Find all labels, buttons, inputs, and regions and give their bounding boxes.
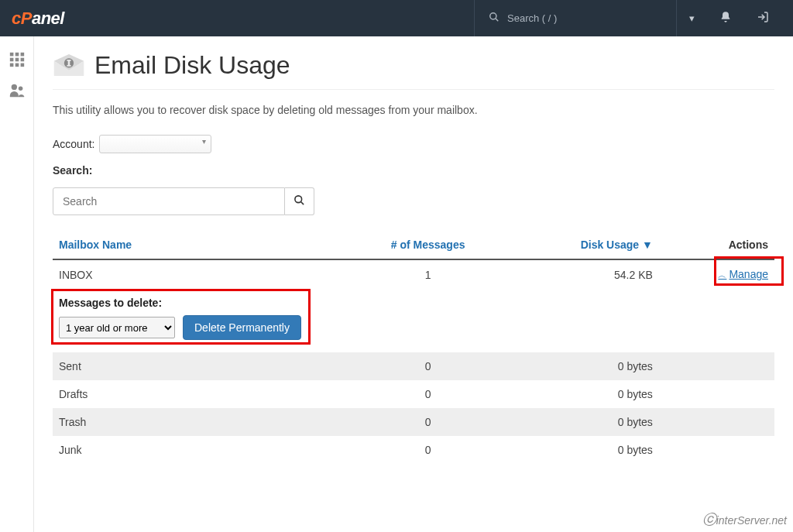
col-disk-usage[interactable]: Disk Usage ▼ <box>500 231 659 259</box>
svg-line-19 <box>301 202 304 204</box>
col-mailbox-name[interactable]: Mailbox Name <box>53 231 355 259</box>
search-group <box>53 187 774 215</box>
cell-name: Drafts <box>53 380 355 408</box>
search-input[interactable] <box>53 187 285 215</box>
search-icon <box>294 194 305 208</box>
cell-action: ︿Manage <box>659 259 774 289</box>
col-actions: Actions <box>659 231 774 259</box>
table-row: Drafts 0 0 bytes <box>53 380 774 408</box>
account-label: Account: <box>53 138 94 150</box>
svg-point-0 <box>490 13 496 19</box>
cell-name: Trash <box>53 408 355 436</box>
table-row: Sent 0 0 bytes <box>53 352 774 380</box>
cell-messages: 1 <box>355 259 499 289</box>
svg-line-1 <box>496 19 498 21</box>
search-button[interactable] <box>285 187 314 215</box>
manage-link[interactable]: ︿Manage <box>718 268 768 280</box>
topbar-search[interactable] <box>474 0 677 36</box>
sidebar <box>0 36 34 532</box>
svg-rect-3 <box>9 53 13 57</box>
svg-rect-11 <box>20 63 24 67</box>
search-icon <box>489 12 499 25</box>
cell-name: Sent <box>53 352 355 380</box>
page-header: Email Disk Usage <box>53 50 774 90</box>
svg-rect-6 <box>9 58 13 62</box>
messages-to-delete-label: Messages to delete: <box>59 297 768 309</box>
cell-usage: 54.2 KB <box>500 259 659 289</box>
account-select[interactable] <box>99 135 211 153</box>
cell-messages: 0 <box>355 408 499 436</box>
mailbox-table: Mailbox Name # of Messages Disk Usage ▼ … <box>53 231 774 464</box>
logout-icon[interactable] <box>744 11 781 26</box>
cpanel-logo[interactable]: cPanel <box>12 9 64 29</box>
main-content: Email Disk Usage This utility allows you… <box>34 36 793 532</box>
svg-rect-17 <box>68 60 70 66</box>
email-disk-icon <box>53 50 85 80</box>
cell-messages: 0 <box>355 380 499 408</box>
topbar-search-input[interactable] <box>507 12 662 24</box>
expand-panel: Messages to delete: 1 year old or more D… <box>53 289 774 352</box>
chevron-up-icon: ︿ <box>718 270 726 280</box>
page-title: Email Disk Usage <box>94 51 290 80</box>
cell-usage: 0 bytes <box>500 436 659 464</box>
svg-rect-7 <box>15 58 19 62</box>
table-row: Trash 0 0 bytes <box>53 408 774 436</box>
cell-messages: 0 <box>355 352 499 380</box>
logo-anel: anel <box>32 9 64 28</box>
delete-permanently-button[interactable]: Delete Permanently <box>183 315 301 340</box>
delete-age-select[interactable]: 1 year old or more <box>59 317 175 338</box>
table-row: Junk 0 0 bytes <box>53 436 774 464</box>
account-row: Account: <box>53 135 774 153</box>
svg-rect-10 <box>15 63 19 67</box>
cell-usage: 0 bytes <box>500 380 659 408</box>
svg-rect-9 <box>9 63 13 67</box>
search-label: Search: <box>53 164 92 177</box>
cell-usage: 0 bytes <box>500 408 659 436</box>
watermark: ⓒinterServer.net <box>702 510 787 529</box>
svg-point-18 <box>295 196 302 203</box>
svg-point-13 <box>18 87 22 91</box>
svg-point-12 <box>11 84 16 90</box>
cell-name: INBOX <box>53 259 355 289</box>
cell-messages: 0 <box>355 436 499 464</box>
search-label-row: Search: <box>53 164 774 177</box>
bell-icon[interactable] <box>707 11 744 26</box>
svg-rect-4 <box>15 53 19 57</box>
sidebar-apps[interactable] <box>0 44 33 75</box>
cell-usage: 0 bytes <box>500 352 659 380</box>
table-row: INBOX 1 54.2 KB ︿Manage <box>53 259 774 289</box>
cell-name: Junk <box>53 436 355 464</box>
sidebar-users[interactable] <box>0 75 33 106</box>
svg-rect-5 <box>20 53 24 57</box>
page-description: This utility allows you to recover disk … <box>53 104 774 116</box>
logo-cp: cP <box>12 9 32 28</box>
svg-rect-8 <box>20 58 24 62</box>
user-menu-caret[interactable]: ▾ <box>677 12 707 24</box>
col-messages[interactable]: # of Messages <box>355 231 499 259</box>
topbar: cPanel ▾ <box>0 0 793 36</box>
